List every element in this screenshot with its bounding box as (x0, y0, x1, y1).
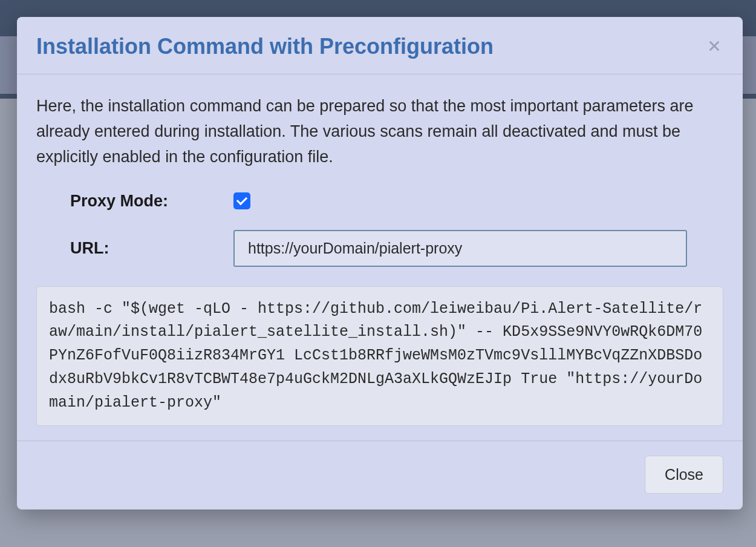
url-label: URL: (70, 239, 233, 258)
install-command-output[interactable]: bash -c "$(wget -qLO - https://github.co… (36, 286, 723, 427)
url-row: URL: (36, 230, 723, 267)
modal-header: Installation Command with Preconfigurati… (17, 17, 743, 74)
install-command-modal: Installation Command with Preconfigurati… (17, 17, 743, 509)
proxy-mode-label: Proxy Mode: (70, 192, 233, 211)
close-icon[interactable] (705, 34, 723, 58)
url-input[interactable] (233, 230, 687, 267)
modal-footer: Close (17, 441, 743, 509)
proxy-mode-row: Proxy Mode: (36, 192, 723, 211)
modal-title: Installation Command with Preconfigurati… (36, 34, 494, 59)
modal-description: Here, the installation command can be pr… (36, 94, 723, 170)
close-button[interactable]: Close (645, 456, 723, 494)
proxy-mode-checkbox[interactable] (233, 192, 250, 209)
modal-body: Here, the installation command can be pr… (17, 74, 743, 441)
proxy-mode-checkbox-wrap (233, 192, 250, 209)
